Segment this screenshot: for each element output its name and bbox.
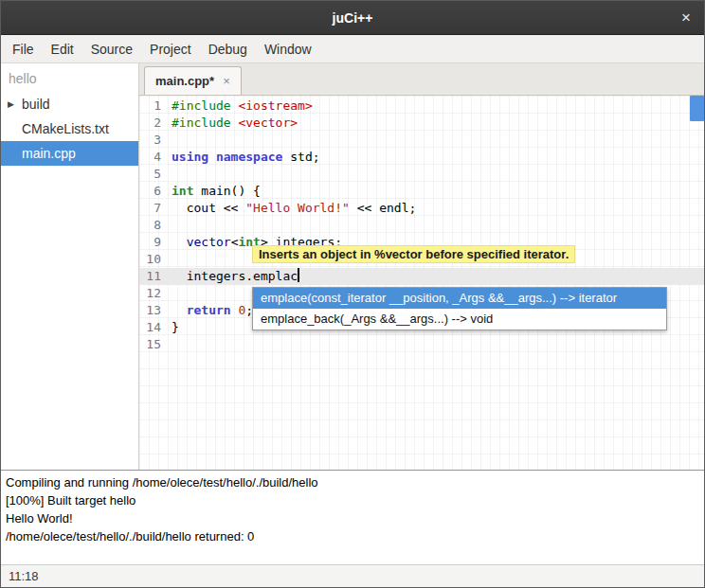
line-number: 13 [139, 302, 168, 319]
menu-item-project[interactable]: Project [141, 37, 200, 62]
tree-item-build[interactable]: ▶ build [1, 92, 138, 116]
code-line-8[interactable]: 8 [139, 217, 704, 234]
line-number: 15 [139, 336, 168, 353]
close-icon: × [681, 9, 691, 27]
line-number: 12 [139, 285, 168, 302]
code-line-15[interactable]: 15 [139, 336, 704, 353]
tree-item-label: main.cpp [22, 146, 76, 161]
text-cursor [298, 268, 299, 282]
code-text: cout << "Hello World!" << endl; [168, 200, 416, 217]
output-line: /home/olece/test/hello/./build/hello ret… [6, 527, 699, 545]
output-line: [100%] Built target hello [6, 491, 699, 509]
code-line-5[interactable]: 5 [139, 166, 704, 183]
output-line: Hello World! [6, 509, 699, 527]
menu-item-window[interactable]: Window [256, 37, 320, 62]
tab-main-cpp[interactable]: main.cpp* × [144, 66, 242, 95]
code-editor[interactable]: 1#include <iostream>2#include <vector>34… [139, 96, 704, 470]
editor-scrollbar[interactable] [690, 96, 704, 121]
project-name-label: hello [1, 63, 138, 92]
line-number: 2 [139, 115, 168, 132]
completion-popup: emplace(const_iterator __position, _Args… [252, 287, 667, 330]
line-number: 1 [139, 98, 168, 115]
code-line-3[interactable]: 3 [139, 132, 704, 149]
code-text: } [168, 319, 179, 336]
line-number: 5 [139, 166, 168, 183]
code-text: integers.emplac [168, 268, 299, 285]
main-area: hello ▶ build CMakeLists.txt main.cpp ma… [1, 63, 704, 470]
completion-item-emplace[interactable]: emplace(const_iterator __position, _Args… [253, 288, 666, 309]
code-text [168, 285, 172, 302]
code-text [168, 132, 172, 149]
menu-item-source[interactable]: Source [82, 37, 141, 62]
code-text: #include <vector> [168, 115, 298, 132]
code-line-6[interactable]: 6int main() { [139, 183, 704, 200]
code-line-11[interactable]: 11 integers.emplac [139, 268, 704, 285]
line-number: 3 [139, 132, 168, 149]
menu-item-debug[interactable]: Debug [200, 37, 256, 62]
output-line: Compiling and running /home/olece/test/h… [6, 473, 699, 491]
output-panel: Compiling and running /home/olece/test/h… [1, 470, 704, 564]
line-number: 10 [139, 251, 168, 268]
code-text: int main() { [168, 183, 261, 200]
file-tree-panel: hello ▶ build CMakeLists.txt main.cpp [1, 63, 139, 470]
tree-item-cmakelists[interactable]: CMakeLists.txt [1, 116, 138, 141]
code-text [168, 251, 172, 268]
code-text [168, 166, 172, 183]
line-number: 9 [139, 234, 168, 251]
code-text: #include <iostream> [168, 98, 313, 115]
code-text [168, 336, 172, 353]
status-bar: 11:18 [1, 564, 704, 587]
code-text: return 0; [168, 302, 253, 319]
completion-item-emplace-back[interactable]: emplace_back(_Args &&__args...) --> void [253, 309, 666, 330]
tree-item-main-cpp[interactable]: main.cpp [1, 141, 138, 166]
code-line-4[interactable]: 4using namespace std; [139, 149, 704, 166]
line-number: 7 [139, 200, 168, 217]
expander-icon[interactable]: ▶ [8, 99, 22, 109]
line-number: 8 [139, 217, 168, 234]
tab-bar: main.cpp* × [139, 63, 704, 96]
line-number: 14 [139, 319, 168, 336]
window-title: juCi++ [333, 10, 373, 26]
title-bar: juCi++ × [1, 1, 704, 35]
menu-item-file[interactable]: File [4, 37, 43, 62]
cursor-position: 11:18 [9, 569, 39, 583]
menu-item-edit[interactable]: Edit [43, 37, 82, 62]
code-text [168, 217, 172, 234]
app-window: juCi++ × File Edit Source Project Debug … [0, 0, 705, 588]
tab-close-icon[interactable]: × [223, 74, 230, 88]
menu-bar: File Edit Source Project Debug Window [1, 35, 704, 63]
doc-tooltip: Inserts an object in %vector before spec… [252, 245, 575, 263]
tree-item-label: CMakeLists.txt [22, 121, 109, 136]
code-text: using namespace std; [168, 149, 320, 166]
tab-label: main.cpp* [155, 74, 214, 88]
line-number: 6 [139, 183, 168, 200]
editor-column: main.cpp* × 1#include <iostream>2#includ… [139, 63, 704, 470]
line-number: 11 [139, 268, 168, 285]
code-line-2[interactable]: 2#include <vector> [139, 115, 704, 132]
line-number: 4 [139, 149, 168, 166]
close-button[interactable]: × [678, 9, 695, 27]
code-line-1[interactable]: 1#include <iostream> [139, 98, 704, 115]
code-line-7[interactable]: 7 cout << "Hello World!" << endl; [139, 200, 704, 217]
tree-item-label: build [22, 97, 50, 112]
